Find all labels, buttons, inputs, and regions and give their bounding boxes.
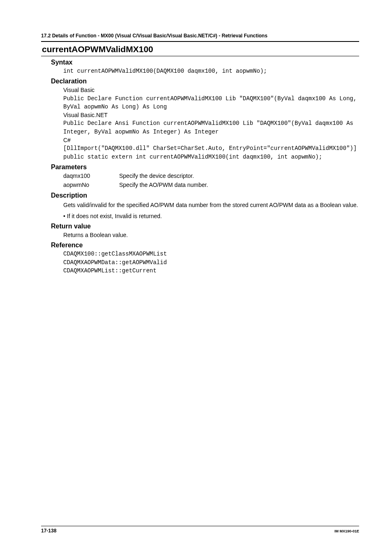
heading-syntax: Syntax (41, 59, 359, 66)
param-row: daqmx100 Specify the device descriptor. (63, 172, 359, 180)
description-bullet: If it does not exist, Invalid is returne… (63, 212, 359, 220)
vbnet-label: Visual Basic.NET (63, 111, 359, 119)
vb-code: Public Declare Function currentAOPWMVali… (63, 94, 359, 111)
heading-reference: Reference (41, 242, 359, 249)
heading-declaration: Declaration (41, 78, 359, 85)
param-name-1: aopwmNo (63, 181, 104, 189)
page-footer: 17-138 IM MX190-01E (41, 526, 359, 534)
footer-doc-id: IM MX190-01E (334, 529, 359, 533)
heading-description: Description (41, 192, 359, 199)
param-name-0: daqmx100 (63, 172, 104, 180)
divider-title (41, 56, 359, 56)
description-text: Gets valid/invalid for the specified AO/… (63, 200, 359, 210)
divider-top-thick (41, 41, 359, 42)
vb-label: Visual Basic (63, 86, 359, 94)
reference-code: CDAQMX100::getClassMXAOPWMList CDAQMXAOP… (63, 250, 359, 275)
page-header: 17.2 Details of Function - MX00 (Visual … (41, 33, 359, 41)
param-desc-0: Specify the device descriptor. (119, 172, 194, 180)
footer-page-number: 17-138 (41, 528, 56, 534)
cs-code: [DllImport("DAQMX100.dll" CharSet=CharSe… (63, 144, 359, 161)
vbnet-code: Public Declare Ansi Function currentAOPW… (63, 119, 359, 136)
heading-return: Return value (41, 223, 359, 230)
cs-label: C# (63, 136, 359, 144)
heading-parameters: Parameters (41, 164, 359, 171)
function-title: currentAOPWMValidMX100 (41, 44, 359, 54)
param-row: aopwmNo Specify the AO/PWM data number. (63, 181, 359, 189)
param-desc-1: Specify the AO/PWM data number. (119, 181, 208, 189)
return-text: Returns a Boolean value. (63, 231, 359, 239)
syntax-code: int currentAOPWMValidMX100(DAQMX100 daqm… (63, 67, 359, 75)
